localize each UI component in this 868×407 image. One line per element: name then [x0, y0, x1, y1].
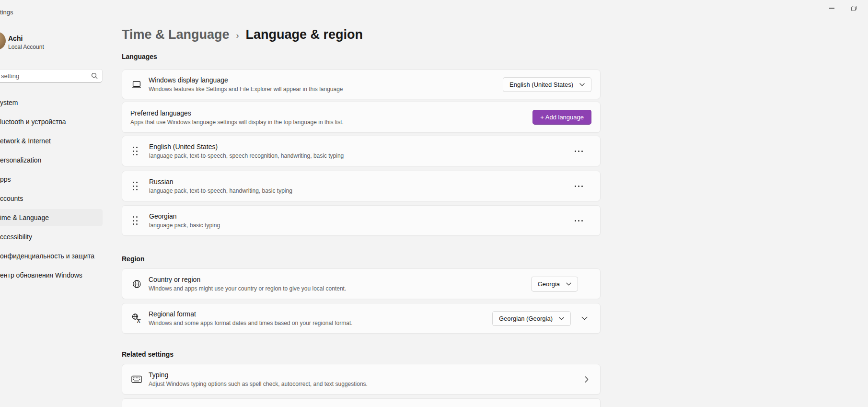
- row-title: Country or region: [149, 276, 531, 283]
- regional-format-row: A Regional format Windows and some apps …: [122, 303, 601, 334]
- breadcrumb-separator-icon: ›: [236, 29, 239, 41]
- dropdown-value: English (United States): [509, 81, 573, 88]
- dropdown-value: Georgia: [538, 280, 560, 288]
- keyboard-icon: [131, 375, 142, 384]
- sidebar-item-windows-update[interactable]: ентр обновления Windows: [0, 267, 103, 284]
- row-text: English (United States) language pack, t…: [149, 143, 572, 159]
- row-text: Country or region Windows and apps might…: [149, 276, 531, 292]
- preferred-languages-row: Preferred languages Apps that use Window…: [122, 102, 601, 133]
- row-title: Windows display language: [149, 76, 503, 84]
- window-title: tings: [0, 9, 13, 16]
- dropdown-value: Georgian (Georgia): [499, 315, 553, 322]
- row-subtitle: Windows and apps might use your country …: [149, 285, 531, 292]
- restore-icon: [851, 5, 857, 12]
- avatar[interactable]: [0, 32, 6, 50]
- related-settings-header: Related settings: [122, 350, 174, 358]
- minimize-icon: [829, 8, 834, 8]
- sidebar-item-bluetooth-devices[interactable]: luetooth и устройства: [0, 113, 103, 130]
- more-options-button[interactable]: [572, 182, 586, 191]
- row-text: Russian language pack, text-to-speech, h…: [149, 178, 572, 194]
- expand-row-button[interactable]: [579, 314, 590, 323]
- row-text: Windows display language Windows feature…: [149, 76, 503, 93]
- sidebar-item-apps[interactable]: pps: [0, 171, 103, 188]
- partial-settings-row[interactable]: [122, 398, 601, 407]
- more-options-button[interactable]: [572, 147, 586, 156]
- row-text: Georgian language pack, basic typing: [149, 212, 572, 229]
- globe-icon: [131, 279, 142, 289]
- sidebar-item-label: luetooth и устройства: [0, 118, 66, 126]
- sidebar-item-accessibility[interactable]: ccessibility: [0, 228, 103, 245]
- sidebar-item-label: ccounts: [0, 195, 23, 202]
- sidebar-item-label: ystem: [0, 99, 18, 106]
- sidebar-item-network-internet[interactable]: etwork & Internet: [0, 132, 103, 150]
- chevron-down-icon: [559, 317, 564, 320]
- row-subtitle: Windows and some apps format dates and t…: [149, 320, 492, 326]
- row-text: Preferred languages Apps that use Window…: [130, 109, 532, 126]
- user-account-type: Local Account: [8, 44, 44, 50]
- more-options-button[interactable]: [572, 216, 586, 225]
- language-name: Russian: [149, 178, 572, 186]
- country-region-row: Country or region Windows and apps might…: [122, 268, 601, 299]
- row-subtitle: Adjust Windows typing options such as sp…: [149, 381, 585, 387]
- chevron-down-icon: [566, 282, 571, 286]
- sidebar-item-accounts[interactable]: ccounts: [0, 190, 103, 207]
- language-features: language pack, basic typing: [149, 222, 572, 229]
- country-region-dropdown[interactable]: Georgia: [531, 277, 578, 291]
- drag-handle-icon[interactable]: [133, 216, 139, 225]
- minimize-button[interactable]: [821, 0, 843, 16]
- svg-text:A: A: [137, 319, 140, 324]
- drag-handle-icon[interactable]: [133, 182, 139, 190]
- sidebar-nav: ystem luetooth и устройства etwork & Int…: [0, 94, 103, 286]
- regional-format-icon: A: [131, 313, 142, 324]
- language-row-russian: Russian language pack, text-to-speech, h…: [122, 171, 601, 201]
- language-features: language pack, text-to-speech, handwriti…: [149, 187, 572, 194]
- user-name: Achi: [8, 35, 23, 42]
- language-features: language pack, text-to-speech, speech re…: [149, 152, 572, 159]
- breadcrumb-parent[interactable]: Time & Language: [122, 27, 230, 42]
- languages-section-header: Languages: [122, 53, 157, 60]
- search-icon: [91, 72, 98, 79]
- add-language-button[interactable]: + Add language: [532, 110, 591, 125]
- typing-row[interactable]: Typing Adjust Windows typing options suc…: [122, 364, 601, 395]
- sidebar-item-system[interactable]: ystem: [0, 94, 103, 111]
- row-text: Regional format Windows and some apps fo…: [149, 310, 492, 326]
- breadcrumb: Time & Language › Language & region: [122, 27, 363, 42]
- sidebar-item-label: pps: [0, 175, 11, 183]
- sidebar-item-privacy-security[interactable]: онфиденциальность и защита: [0, 247, 103, 265]
- language-name: Georgian: [149, 212, 572, 220]
- search-box[interactable]: [0, 69, 103, 82]
- row-title: Regional format: [149, 310, 492, 318]
- row-title: Typing: [149, 371, 585, 379]
- chevron-down-icon: [579, 83, 585, 86]
- region-section-header: Region: [122, 255, 144, 263]
- sidebar-item-label: ime & Language: [0, 214, 49, 221]
- search-input[interactable]: [0, 72, 91, 80]
- sidebar-item-label: онфиденциальность и защита: [0, 252, 94, 260]
- regional-format-dropdown[interactable]: Georgian (Georgia): [492, 311, 571, 326]
- restore-button[interactable]: [843, 0, 865, 16]
- language-name: English (United States): [149, 143, 572, 151]
- row-subtitle: Apps that use Windows language settings …: [130, 119, 532, 126]
- drag-handle-icon[interactable]: [133, 147, 139, 155]
- sidebar-item-label: ентр обновления Windows: [0, 271, 82, 279]
- sidebar-item-personalization[interactable]: ersonalization: [0, 151, 103, 169]
- page-title: Language & region: [246, 27, 363, 42]
- sidebar-item-time-language[interactable]: ime & Language: [0, 209, 103, 226]
- chevron-right-icon: [585, 376, 589, 383]
- sidebar-item-label: ersonalization: [0, 156, 41, 164]
- windows-display-language-row: Windows display language Windows feature…: [122, 70, 601, 99]
- row-title: Preferred languages: [130, 109, 532, 117]
- row-subtitle: Windows features like Settings and File …: [149, 86, 503, 93]
- sidebar-item-label: ccessibility: [0, 233, 32, 241]
- language-row-georgian: Georgian language pack, basic typing: [122, 205, 601, 236]
- display-icon: [131, 80, 142, 89]
- display-language-dropdown[interactable]: English (United States): [503, 77, 591, 92]
- language-row-english: English (United States) language pack, t…: [122, 136, 601, 166]
- sidebar-item-label: etwork & Internet: [0, 137, 51, 145]
- row-text: Typing Adjust Windows typing options suc…: [149, 371, 585, 387]
